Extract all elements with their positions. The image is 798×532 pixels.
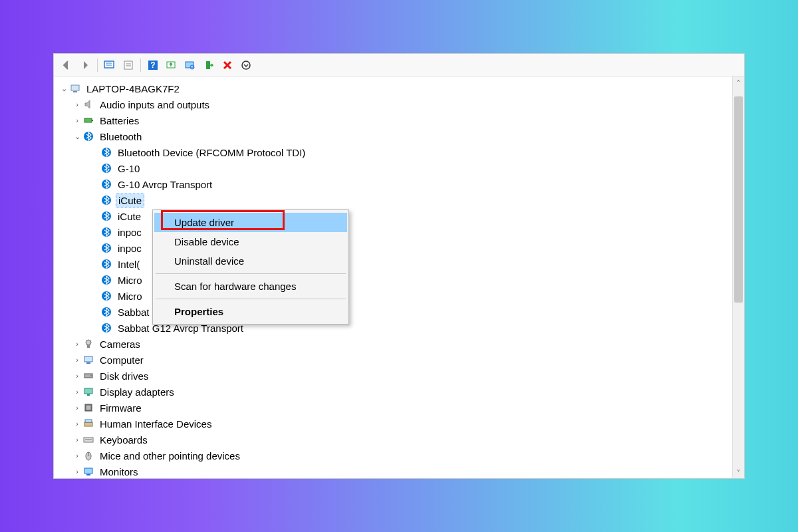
scroll-down-icon[interactable]: ˅ [733,466,744,478]
context-menu-disable-device[interactable]: Disable device [154,232,347,251]
context-menu-properties[interactable]: Properties [154,302,347,321]
tree-label: inpoc [116,242,144,255]
monitor-icon [82,353,95,366]
svg-rect-11 [206,61,210,69]
expander-icon[interactable]: › [72,388,82,396]
tree-category-keyboards[interactable]: › Keyboards [54,432,732,448]
tree-device-bluetooth[interactable]: iCute [54,192,732,208]
context-menu-separator [156,299,346,299]
action-down-button[interactable] [237,57,255,74]
expander-icon[interactable]: › [72,356,82,364]
context-menu-label: Uninstall device [174,255,244,267]
device-manager-window: ? ⌄ LAPTOP-4BAGK7F2 [53,53,745,479]
scroll-thumb[interactable] [734,96,743,303]
tree-label: Keyboards [98,434,150,446]
tree-category-mice[interactable]: › Mice and other pointing devices [54,448,732,464]
expander-icon[interactable]: ⌄ [59,84,68,93]
monitor-list-icon [104,60,116,70]
arrow-right-icon [80,60,90,70]
back-button[interactable] [58,57,75,74]
svg-rect-41 [85,420,92,422]
expander-icon[interactable]: › [72,340,82,348]
tree-category-audio[interactable]: › Audio inputs and outputs [54,96,732,112]
expander-icon[interactable]: › [72,404,82,412]
svg-rect-3 [124,61,132,69]
tree-category-bluetooth[interactable]: ⌄ Bluetooth [54,128,732,144]
tree-category-batteries[interactable]: › Batteries [54,112,732,128]
context-menu-label: Disable device [174,236,239,247]
properties-button[interactable] [120,57,137,74]
expander-icon[interactable]: › [72,420,82,428]
tree-label: Cameras [98,338,142,350]
tree-label: Batteries [98,114,141,127]
tree-category-monitors[interactable]: › Monitors [54,464,732,478]
expander-icon[interactable]: › [72,452,82,460]
tree-device-bluetooth[interactable]: Bluetooth Device (RFCOMM Protocol TDI) [54,144,732,160]
tree-label: Firmware [98,402,144,414]
toolbar: ? [54,54,744,76]
expander-icon[interactable]: › [72,372,82,380]
expander-icon[interactable]: › [72,436,82,444]
bluetooth-icon [100,162,113,175]
tree-label: iCute [116,194,144,207]
vertical-scrollbar[interactable]: ˄ ˅ [732,76,744,478]
expander-icon[interactable]: ⌄ [72,132,82,141]
svg-point-12 [242,61,250,69]
content-area: ⌄ LAPTOP-4BAGK7F2 › Audio inputs and out… [54,76,744,478]
tree-label: Bluetooth [98,130,144,143]
uninstall-button[interactable] [219,57,236,74]
expander-icon[interactable]: › [72,467,82,475]
x-icon [222,60,233,70]
help-button[interactable]: ? [144,57,162,74]
bluetooth-icon [100,273,113,287]
context-menu-uninstall-device[interactable]: Uninstall device [154,251,347,271]
tree-label: LAPTOP-4BAGK7F2 [84,82,182,95]
tree-category-computer[interactable]: › Computer [54,352,732,368]
svg-rect-39 [86,406,90,410]
enable-device-button[interactable] [200,57,217,74]
tree-category-display[interactable]: › Display adapters [54,384,732,400]
tree-label: Micro [116,274,144,287]
tree-root[interactable]: ⌄ LAPTOP-4BAGK7F2 [54,80,732,96]
svg-rect-36 [84,388,92,394]
properties-icon [123,60,134,70]
tree-category-disk[interactable]: › Disk drives [54,368,732,384]
down-circle-icon [241,60,251,70]
bluetooth-icon [100,225,113,239]
keyboard-icon [82,433,95,446]
tree-device-bluetooth[interactable]: G-10 Avrcp Transport [54,176,732,192]
svg-rect-46 [84,468,92,473]
tree-label: Intel( [116,258,142,271]
tree-category-firmware[interactable]: › Firmware [54,400,732,416]
bluetooth-icon [100,146,113,159]
scan-hardware-button[interactable] [182,57,199,74]
help-icon: ? [148,60,158,70]
tree-device-bluetooth[interactable]: G-10 [54,160,732,176]
svg-rect-13 [71,85,79,90]
show-hidden-button[interactable] [101,57,118,74]
tree-category-hid[interactable]: › Human Interface Devices [54,416,732,432]
tree-label: inpoc [116,226,144,239]
tree-label: G-10 [116,162,142,175]
scroll-up-icon[interactable]: ˄ [733,76,744,88]
svg-point-35 [90,375,92,376]
bluetooth-icon [100,257,113,271]
scan-icon [184,60,196,70]
context-menu-update-driver[interactable]: Update driver [154,213,347,232]
tree-label: Human Interface Devices [98,418,213,430]
context-menu-label: Scan for hardware changes [174,281,296,292]
bluetooth-icon [100,305,113,319]
forward-button[interactable] [76,57,94,74]
expander-icon[interactable]: › [72,116,82,124]
update-driver-button[interactable] [163,57,180,74]
tree-category-cameras[interactable]: › Cameras [54,336,732,352]
tree-label: Display adapters [98,386,176,398]
bluetooth-icon [100,321,113,334]
svg-rect-14 [73,91,77,92]
tree-label: Disk drives [98,370,150,382]
battery-icon [82,114,95,127]
tree-label: Computer [98,354,146,366]
svg-rect-37 [87,394,90,396]
context-menu-scan-hardware[interactable]: Scan for hardware changes [154,277,347,296]
expander-icon[interactable]: › [72,100,82,108]
